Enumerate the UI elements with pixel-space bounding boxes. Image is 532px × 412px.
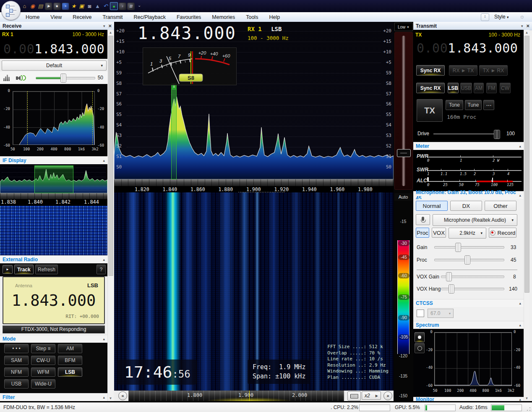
band-skip-left-icon[interactable]: « <box>118 391 127 400</box>
mode-button[interactable]: SAM <box>4 356 29 365</box>
home-icon[interactable]: ⌂ <box>21 3 28 10</box>
tx-bandwidth-dropdown[interactable]: 2.9kHz ▾ <box>449 228 486 239</box>
collapse-icon[interactable]: ▴ <box>103 158 105 163</box>
vox-gain-slider-knob[interactable] <box>446 272 452 281</box>
receive-panel-scrollbar[interactable]: ▲ ▼ <box>107 30 113 401</box>
sync-rx-button-1[interactable]: Sync RX <box>416 65 445 76</box>
mode-indicator[interactable]: LSB <box>271 26 282 32</box>
collapse-icon[interactable]: ▴ <box>103 337 105 341</box>
lock-icon[interactable]: ▣ <box>78 3 85 10</box>
tx-mode-button[interactable]: AM <box>474 83 484 93</box>
ctcss-checkbox[interactable] <box>417 310 424 317</box>
frequency-ruler[interactable] <box>114 179 394 186</box>
mode-button[interactable]: USB <box>4 379 29 388</box>
menu-item[interactable]: Transmit <box>97 14 128 20</box>
ctcss-tone-dropdown[interactable]: 67.0▾ <box>428 309 454 318</box>
panel-menu-icon[interactable]: ▾ <box>521 24 523 28</box>
vfo-frequency[interactable]: 1.843.000 <box>138 24 236 43</box>
external-radio-header[interactable]: External Radio▴ <box>0 255 107 263</box>
if-display-chart[interactable] <box>0 164 107 193</box>
settings-gear-icon[interactable]: ☼ <box>519 13 525 20</box>
tx-frequency-display[interactable]: 0.001.843.000 <box>417 41 518 55</box>
ribbon-collapse-icon[interactable]: ↕ <box>481 13 489 21</box>
proc-slider-knob[interactable] <box>464 255 470 265</box>
toolbar-overflow-chevron-icon[interactable]: ⌄ <box>138 3 141 8</box>
collapse-icon[interactable]: ▴ <box>519 144 521 148</box>
menu-item[interactable]: Receive <box>67 14 97 20</box>
record-button[interactable]: Record <box>489 228 516 238</box>
gain-slider-knob[interactable] <box>455 243 461 252</box>
scroll-down-icon[interactable]: ▼ <box>108 396 113 401</box>
waterfall[interactable]: 17:46:56 Freq: 1.9 MHz Span: ±100 kHz FF… <box>114 192 394 391</box>
style-button[interactable]: Style ▾ <box>494 14 509 20</box>
snapshot-camera-icon[interactable]: ◙ <box>86 3 93 10</box>
scroll-up-icon[interactable]: ▲ <box>108 30 113 35</box>
gain-slider[interactable] <box>434 246 504 249</box>
menu-item[interactable]: Favourites <box>171 14 206 20</box>
close-icon[interactable]: × <box>526 23 529 29</box>
mode-button[interactable]: NFM <box>4 367 29 377</box>
keyboard-entry-button[interactable] <box>347 391 361 401</box>
tx-mode-button[interactable]: LSB <box>448 83 459 93</box>
tx-mode-button[interactable]: CW <box>500 83 511 93</box>
menu-item[interactable]: Tools <box>240 14 263 20</box>
collapse-icon[interactable]: ▴ <box>103 257 105 262</box>
main-spectrum[interactable]: 1 +20+15+10+5S9S8S7S6S5S4S3S2S1S0 +20+15… <box>114 22 394 179</box>
tone-button[interactable]: Tone <box>446 100 463 110</box>
tx-spectrum-toggle-off[interactable] <box>415 343 425 353</box>
mic-select-button[interactable] <box>416 214 430 225</box>
mode-header[interactable]: Mode▴ <box>0 335 107 343</box>
power-indicator-icon[interactable]: ● <box>110 2 118 10</box>
scrollbar-thumb[interactable] <box>108 36 113 276</box>
collapse-icon[interactable]: ▴ <box>519 323 521 327</box>
tx-spectrum-header[interactable]: Spectrum▴ <box>413 321 524 329</box>
mode-button[interactable]: Step ≡ <box>31 344 55 353</box>
collapse-icon[interactable]: ▴ <box>519 301 521 305</box>
level-slider-knob[interactable] <box>397 149 411 157</box>
passband-low-marker[interactable] <box>27 91 28 145</box>
collapse-icon[interactable]: ▴ <box>103 395 105 399</box>
transmit-panel-title[interactable]: Transmit ▾ × <box>413 22 532 30</box>
menu-item[interactable]: View <box>45 14 67 20</box>
monitor-header[interactable]: Monitor▴ <box>413 397 524 401</box>
antenna-icon[interactable]: ▲ <box>94 3 101 10</box>
if-frequency-ruler[interactable] <box>0 193 107 199</box>
band-skip-right-icon[interactable]: » <box>383 391 392 400</box>
band-ruler[interactable]: 1.8001.9002.000 <box>128 391 344 401</box>
mode-button[interactable]: BFM <box>58 356 82 365</box>
tx-to-rx-button[interactable]: TX ► RX <box>479 65 508 76</box>
if-filter-band[interactable] <box>34 165 73 193</box>
rx-frequency-display[interactable]: 0.001.843.000 <box>0 39 107 59</box>
collapse-icon[interactable]: ▴ <box>519 397 521 402</box>
drive-slider-knob[interactable] <box>494 130 500 139</box>
panel-menu-icon[interactable]: ▾ <box>103 24 105 28</box>
help-button[interactable]: ? <box>96 265 106 274</box>
add-icon[interactable]: + <box>62 3 69 10</box>
scroll-down-icon[interactable]: ▼ <box>524 396 529 401</box>
mic-profile-other[interactable]: Other <box>485 201 516 211</box>
scrollbar-thumb[interactable] <box>524 36 529 293</box>
close-icon[interactable]: × <box>108 23 112 29</box>
vox-hang-slider-knob[interactable] <box>449 284 454 294</box>
stop-record-icon[interactable]: ■ <box>53 3 61 10</box>
tx-spectrum-toggle-on[interactable] <box>415 332 425 342</box>
mode-button[interactable]: CW-U <box>31 356 55 365</box>
audio-player-icon[interactable]: ♪ <box>119 3 126 10</box>
help-lifering-icon[interactable]: ◉ <box>29 3 36 10</box>
cat-play-button[interactable]: ► <box>3 265 13 274</box>
mode-button[interactable]: Wide-U <box>31 379 55 388</box>
waterfall-color-scale[interactable]: -30-45-60-75-90-105 <box>397 240 409 354</box>
tune-button[interactable]: Tune <box>465 100 482 110</box>
mode-button[interactable]: AM <box>58 344 82 353</box>
zoom-button[interactable]: x2 ▶ <box>362 391 381 400</box>
preset-dropdown[interactable]: Default ▾ <box>2 60 107 71</box>
collapse-icon[interactable]: ▴ <box>519 193 521 197</box>
mode-button[interactable]: • • • <box>4 344 29 353</box>
undo-icon[interactable]: ↶ <box>102 3 109 10</box>
mode-button[interactable]: LSB <box>58 367 82 377</box>
mic-device-dropdown[interactable]: Microphone (Realtek Audio) ▾ <box>433 214 517 226</box>
mic-profile-normal[interactable]: Normal <box>416 201 448 211</box>
mode-button[interactable]: WFM <box>31 367 55 377</box>
rx-to-tx-button[interactable]: RX ► TX <box>449 65 477 76</box>
transmit-panel-scrollbar[interactable]: ▲ ▼ <box>524 30 529 401</box>
